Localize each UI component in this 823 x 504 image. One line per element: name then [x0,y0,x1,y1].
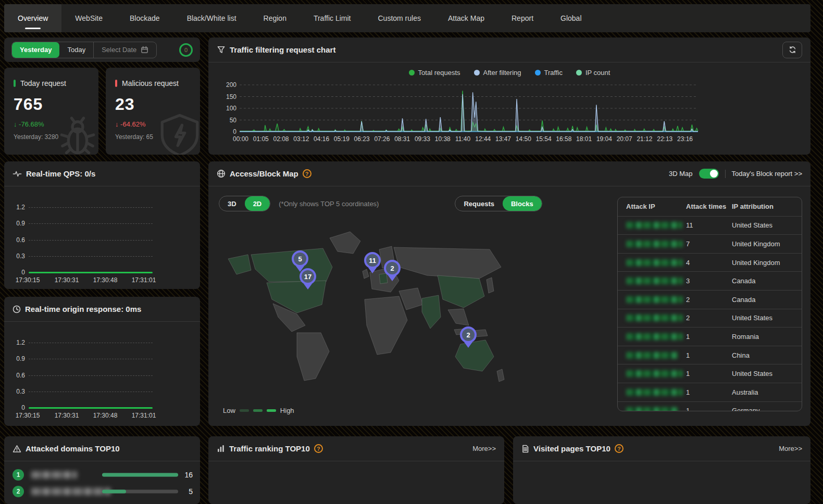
map-2d-button[interactable]: 2D [245,196,270,211]
stat-cards: Today request 765 ↓ -76.68% Yesterday: 3… [4,68,200,155]
map-help-icon[interactable]: ? [303,169,311,178]
today-request-label: Today request [20,79,66,87]
attack-times-cell: 11 [683,221,730,229]
blocks-button[interactable]: Blocks [503,196,542,211]
table-row: 7United Kingdom [618,234,802,253]
legend-item[interactable]: After filtering [474,69,521,77]
traffic-chart-svg [240,85,698,132]
map-pin[interactable]: 11 [364,252,381,269]
x-tick-label: 20:07 [617,135,632,143]
traffic-ranking-help-icon[interactable]: ? [314,444,323,453]
bar-track [102,490,178,494]
legend-high-label: High [280,407,294,414]
attack-ip-table: Attack IPAttack timesIP attribution11Uni… [617,197,802,411]
legend-item[interactable]: IP count [576,69,610,77]
nav-tab-report[interactable]: Report [498,4,547,32]
date-filter-bar: Yesterday Today Select Date 0 [4,37,200,62]
map-dimension-group: 3D 2D [219,196,270,211]
legend-label: Traffic [544,69,563,77]
y-tick-label: 0.3 [6,388,25,395]
funnel-icon [217,45,226,54]
map-pin[interactable]: 17 [300,268,316,285]
traffic-ranking-more-link[interactable]: More>> [472,445,496,452]
ip-attribution-cell: China [730,351,802,359]
x-tick-label: 03:12 [293,135,309,143]
select-date-label: Select Date [102,46,136,54]
visited-pages-help-icon[interactable]: ? [615,444,624,453]
warning-triangle-icon [13,445,21,453]
attack-count: 16 [184,471,193,479]
yesterday-button[interactable]: Yesterday [12,42,59,58]
column-header: Attack times [683,203,730,210]
globe-icon [217,169,226,178]
y-tick-label: 1.2 [6,339,25,346]
legend-label: IP count [585,69,610,77]
map-pin[interactable]: 2 [460,326,477,343]
legend-label: After filtering [483,69,521,77]
x-tick-label: 17:30:48 [93,412,118,419]
nav-tab-global[interactable]: Global [547,4,595,32]
map-pin[interactable]: 2 [384,260,401,276]
nav-tab-blockade[interactable]: Blockade [116,4,173,32]
y-tick-label: 100 [216,105,236,112]
legend-dot [474,70,480,75]
qps-chart: 1.20.90.60.3017:30:1517:30:3117:30:4817:… [4,187,200,289]
ip-attribution-cell: United States [730,221,802,229]
nav-tab-region[interactable]: Region [250,4,300,32]
grid-line [29,392,153,392]
map-3d-toggle-label: 3D Map [669,170,693,178]
list-item: 116 [4,467,200,483]
legend-dash-low [240,409,249,412]
x-tick-label: 17:30:31 [55,412,79,419]
realtime-qps-card: Real-time QPS: 0/s 1.20.90.60.3017:30:15… [4,161,200,289]
table-row: 3Canada [618,271,802,290]
nav-tab-custom-rules[interactable]: Custom rules [365,4,434,32]
attack-times-cell: 3 [683,277,730,285]
map-pin[interactable]: 5 [292,250,308,267]
ip-attribution-cell: Romania [730,333,802,341]
legend-dash-high [267,409,276,412]
block-report-link[interactable]: Today's Block report >> [732,170,802,178]
column-header: Attack IP [618,203,683,210]
x-tick-label: 14:50 [516,135,531,143]
today-button[interactable]: Today [59,42,93,58]
visited-pages-more-link[interactable]: More>> [779,445,802,452]
redacted-attack-ip [626,352,678,359]
attack-times-cell: 7 [683,240,730,248]
nav-tab-traffic-limit[interactable]: Traffic Limit [300,4,365,32]
attack-table-header: Attack IPAttack timesIP attribution [618,197,802,216]
refresh-button[interactable] [782,42,802,58]
traffic-ranking-card: Traffic ranking TOP10 ? More>> [208,436,504,504]
bar-fill [102,473,178,477]
legend-item[interactable]: Total requests [409,69,460,77]
map-3d-button[interactable]: 3D [219,196,245,211]
grid-line [29,207,153,208]
legend-low-label: Low [223,407,235,414]
nav-tab-overview[interactable]: Overview [4,4,61,32]
legend-item[interactable]: Traffic [535,69,563,77]
map-3d-toggle[interactable] [699,169,719,179]
attack-times-cell: 2 [683,314,730,322]
redacted-attack-ip [626,222,682,229]
origin-card-title: Real-time origin response: 0ms [25,305,141,313]
nav-tab-website[interactable]: WebSite [61,4,116,32]
top-nav: OverviewWebSiteBlockadeBlack/White listR… [4,4,810,32]
attack-times-cell: 1 [683,351,730,359]
requests-button[interactable]: Requests [455,196,503,211]
bar-fill [102,490,126,494]
y-tick-label: 0 [6,404,25,411]
x-tick-label: 19:04 [596,135,612,143]
pulse-icon [13,170,22,178]
nav-tab-black-white-list[interactable]: Black/White list [173,4,250,32]
malicious-request-card: Malicious request 23 ↓ -64.62% Yesterday… [106,68,200,155]
select-date-button[interactable]: Select Date [93,42,156,58]
attack-times-cell: 2 [683,296,730,304]
nav-tab-attack-map[interactable]: Attack Map [434,4,498,32]
grid-line [29,256,153,257]
redacted-attack-ip [626,259,683,266]
legend-dot [535,70,541,75]
x-tick-label: 05:19 [334,135,350,143]
origin-chart: 1.20.90.60.3017:30:1517:30:3117:30:4817:… [4,322,200,426]
x-tick-label: 09:33 [415,135,430,143]
x-tick-label: 17:30:15 [16,276,40,284]
